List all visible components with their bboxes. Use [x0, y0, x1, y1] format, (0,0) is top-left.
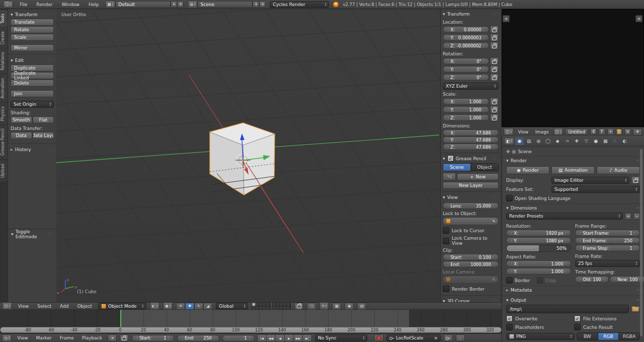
render-engine-select[interactable]: Cycles Render ▴▾	[270, 1, 329, 8]
bw-toggle[interactable]: BW	[577, 333, 598, 340]
rgba-toggle[interactable]: RGBA	[619, 333, 639, 340]
editor-type-timeline-icon[interactable]: ◷▴▾	[2, 334, 12, 342]
eyedropper-icon[interactable]: ✎	[492, 278, 496, 282]
lock-object-field[interactable]: ✎	[443, 217, 499, 225]
shelf-tab-create[interactable]: Create	[0, 28, 8, 48]
object-tab-icon[interactable]: ◆	[553, 138, 562, 145]
panel-header-3d-cursor[interactable]: ▼3D Cursor::::	[443, 297, 499, 302]
gp-new-button[interactable]: +New	[457, 173, 499, 180]
rotation-mode-select[interactable]: XYZ Euler▴▾	[443, 83, 499, 90]
time-remap-new-field[interactable]: ‹New:100›	[610, 276, 644, 283]
rotate-manipulator-icon[interactable]: ↻	[194, 303, 203, 310]
set-origin-menu[interactable]: Set Origin▴▾	[11, 101, 54, 108]
rotation-z-field[interactable]: ‹Z:0°›	[443, 74, 489, 81]
transform-orientation-select[interactable]: Global▴▾	[216, 303, 248, 310]
lock-icon[interactable]	[490, 57, 499, 65]
unlink-image-button[interactable]: ×	[624, 128, 631, 135]
modifiers-tab-icon[interactable]: ✚	[573, 138, 581, 145]
image-canvas[interactable]	[502, 9, 644, 127]
mode-select[interactable]: Object Mode▴▾	[98, 303, 146, 310]
shelf-tab-animation[interactable]: Animation	[0, 75, 8, 102]
rotation-y-field[interactable]: ‹Y:0°›	[443, 66, 489, 73]
panel-header-edit[interactable]: ▼Edit::::	[11, 56, 54, 64]
lock-icon[interactable]	[490, 98, 499, 105]
menu-render[interactable]: Render	[34, 2, 55, 7]
shelf-tab-grease-pencil[interactable]: Grease Pencil	[0, 125, 8, 159]
lock-camera-checkbox[interactable]	[443, 238, 449, 244]
lock-icon[interactable]	[490, 65, 499, 73]
menu-view[interactable]: View	[516, 129, 531, 134]
next-keyframe-button[interactable]: ▶▶	[293, 334, 303, 342]
cache-result-checkbox[interactable]	[574, 324, 581, 330]
clip-end-field[interactable]: ‹End:1000.000›	[443, 261, 499, 267]
current-frame-field[interactable]: ‹1›	[222, 335, 255, 341]
lens-field[interactable]: ‹Lens:35.000›	[443, 202, 499, 209]
file-format-select[interactable]: PNG▴▾	[506, 333, 575, 340]
panel-header-transform[interactable]: ▼Transform::::	[11, 11, 54, 18]
shelf-tab-physics[interactable]: Physics	[0, 103, 8, 125]
editor-type-properties-icon[interactable]: ◧▴▾	[504, 138, 514, 145]
dimension-z-field[interactable]: ‹Z:47.686›	[443, 144, 499, 150]
layer-cell[interactable]	[252, 306, 256, 310]
shade-smooth-button[interactable]: Smooth	[11, 116, 32, 123]
panel-header-view[interactable]: ▼View::::	[443, 193, 499, 201]
lock-to-scene-icon[interactable]	[294, 303, 303, 310]
data-transfer-data-button[interactable]: Data	[11, 132, 32, 139]
menu-marker[interactable]: Marker	[34, 335, 54, 340]
remove-preset-button[interactable]: −	[633, 213, 640, 220]
scale-z-field[interactable]: ‹Z:1.000›	[443, 114, 489, 121]
delete-keyframe-icon[interactable]: ⨯	[456, 334, 465, 341]
file-extensions-checkbox[interactable]: ✓	[574, 315, 581, 322]
join-button[interactable]: Join	[11, 90, 54, 97]
material-tab-icon[interactable]: ●	[592, 138, 600, 145]
particles-tab-icon[interactable]: ∴	[611, 138, 619, 145]
scene-name[interactable]: Scene	[197, 1, 253, 8]
layer-cell[interactable]	[287, 306, 290, 310]
layer-cell[interactable]	[276, 303, 280, 306]
end-frame-field[interactable]: ‹End:250›	[177, 335, 219, 341]
layers-grid-2[interactable]	[272, 302, 291, 310]
editor-type-info-icon[interactable]: ⓘ▴▾	[3, 1, 13, 8]
layer-cell[interactable]	[259, 303, 263, 306]
scale-x-field[interactable]: ‹X:1.000›	[443, 98, 489, 105]
gp-scene-toggle[interactable]: Scene	[443, 164, 471, 171]
gp-draw-tool-menu[interactable]: ✎▴▾	[443, 173, 456, 180]
location-z-field[interactable]: ‹Z:-0.0000002›	[443, 42, 489, 49]
delete-scene-button[interactable]: ×	[259, 1, 266, 8]
layer-cell[interactable]	[273, 303, 276, 306]
jump-to-end-button[interactable]: ▶|	[302, 334, 312, 342]
dimension-y-field[interactable]: ‹Y:47.686›	[443, 136, 499, 143]
render-layers-tab-icon[interactable]: ▤	[525, 138, 533, 145]
scale-manipulator-icon[interactable]: ◢	[203, 303, 212, 310]
render-audio-button[interactable]: ♪Audio	[597, 166, 640, 174]
resolution-percentage-slider[interactable]: 50%	[506, 245, 571, 252]
output-path-field[interactable]: /tmp\	[506, 305, 629, 313]
lock-icon[interactable]	[490, 26, 499, 33]
current-frame-playhead[interactable]	[120, 310, 121, 327]
panel-header-history[interactable]: ►History::::	[11, 146, 54, 153]
snap-toggle[interactable]: ∩▴▾	[319, 302, 329, 310]
editor-type-3dview-icon[interactable]: ◳▴▾	[2, 302, 12, 310]
region-expand-left-icon[interactable]: +	[503, 15, 510, 22]
layer-cell[interactable]	[252, 303, 256, 306]
render-animation-icon[interactable]: ▤	[357, 303, 366, 310]
play-reverse-button[interactable]: ◀	[275, 334, 285, 342]
image-datablock-name[interactable]: Untitled	[565, 128, 588, 135]
display-mode-select[interactable]: Image Editor▴▾	[551, 177, 629, 184]
layer-cell[interactable]	[266, 303, 270, 306]
lock-icon[interactable]	[490, 74, 499, 81]
resolution-x-field[interactable]: ‹X:1920 px›	[506, 230, 571, 236]
rgb-toggle[interactable]: RGB	[598, 333, 619, 340]
screen-layout-icon[interactable]: ▦▴▾	[105, 1, 115, 8]
add-scene-button[interactable]: +	[253, 1, 259, 8]
fake-user-button[interactable]: F	[599, 128, 605, 135]
region-expand-right-icon[interactable]: +	[635, 15, 642, 22]
new-image-button[interactable]: +	[607, 128, 614, 135]
texture-tab-icon[interactable]: ▩	[601, 138, 610, 145]
dimension-x-field[interactable]: ‹X:47.686›	[443, 129, 499, 136]
rotation-x-field[interactable]: ‹X:0°›	[443, 58, 489, 64]
scene-icon[interactable]: ◍▴▾	[188, 1, 197, 8]
menu-view[interactable]: View	[15, 335, 30, 340]
layer-cell[interactable]	[280, 303, 283, 306]
border-checkbox[interactable]	[506, 277, 513, 284]
